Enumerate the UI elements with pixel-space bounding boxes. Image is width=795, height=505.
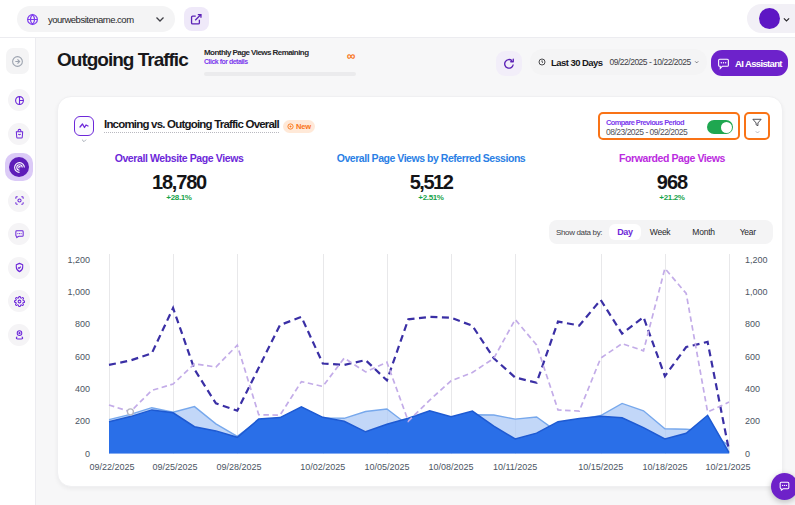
svg-text:0: 0	[85, 449, 90, 459]
svg-text:800: 800	[745, 319, 760, 329]
svg-text:10/15/2025: 10/15/2025	[578, 462, 623, 472]
svg-text:09/22/2025: 09/22/2025	[89, 462, 134, 472]
svg-text:10/05/2025: 10/05/2025	[364, 462, 409, 472]
svg-text:09/28/2025: 09/28/2025	[216, 462, 261, 472]
svg-text:0: 0	[745, 449, 750, 459]
svg-text:09/25/2025: 09/25/2025	[152, 462, 197, 472]
svg-text:10/11/2025: 10/11/2025	[493, 462, 537, 472]
svg-text:1,200: 1,200	[745, 255, 768, 265]
svg-text:400: 400	[75, 384, 90, 394]
svg-text:200: 200	[75, 416, 90, 426]
svg-text:600: 600	[745, 352, 760, 362]
svg-text:10/21/2025: 10/21/2025	[705, 462, 750, 472]
svg-text:10/02/2025: 10/02/2025	[300, 462, 345, 472]
svg-text:800: 800	[75, 319, 90, 329]
svg-text:1,000: 1,000	[745, 287, 768, 297]
svg-text:600: 600	[75, 352, 90, 362]
svg-text:400: 400	[745, 384, 760, 394]
svg-text:1,000: 1,000	[67, 287, 90, 297]
svg-text:10/18/2025: 10/18/2025	[642, 462, 687, 472]
svg-text:200: 200	[745, 416, 760, 426]
svg-text:10/08/2025: 10/08/2025	[429, 462, 474, 472]
svg-text:1,200: 1,200	[67, 255, 90, 265]
